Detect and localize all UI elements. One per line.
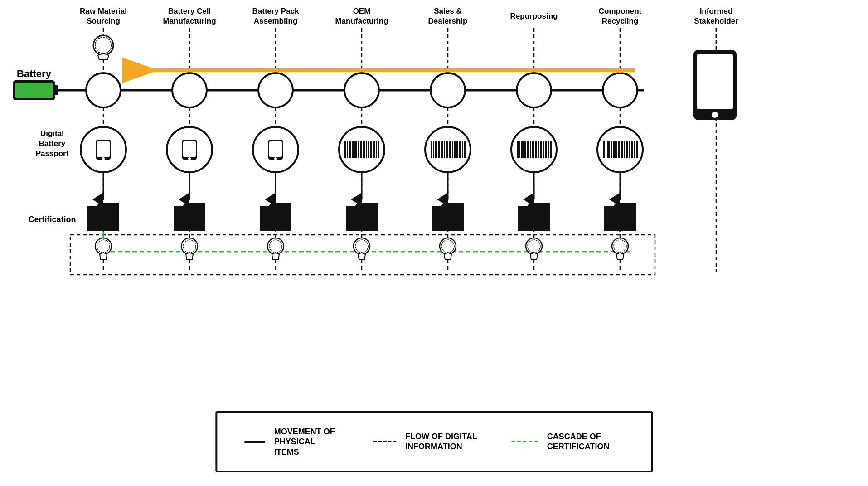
battery-terminal xyxy=(54,85,58,95)
cbar-14 xyxy=(636,141,638,158)
stakeholder-screen xyxy=(697,54,733,109)
phone-screen-2 xyxy=(183,141,196,157)
legend-dashed-black-label: FLOW OF DIGITAL INFORMATION xyxy=(405,432,480,452)
circle-battery-cell xyxy=(172,73,207,107)
sbar-4 xyxy=(438,141,440,158)
rbar-5 xyxy=(527,141,529,158)
battery-fill xyxy=(15,83,53,98)
legend-dashed-green: CASCADE OF CERTIFICATION xyxy=(512,432,624,452)
cbar-8 xyxy=(621,141,623,158)
cbar-6 xyxy=(616,141,617,158)
medal-gear-2 xyxy=(183,240,196,253)
medal-gear-7 xyxy=(614,240,626,253)
bar-1 xyxy=(344,141,346,158)
bar-2 xyxy=(347,141,348,158)
medal-gear-5 xyxy=(441,240,454,253)
bar-10 xyxy=(368,141,369,158)
medal-ribbon-4 xyxy=(358,253,365,260)
legend-dashed-green-line xyxy=(512,441,538,442)
cbar-2 xyxy=(606,141,606,158)
bar-11 xyxy=(370,141,372,158)
label-sales: Sales & xyxy=(434,7,461,15)
battery-label: Battery xyxy=(17,68,52,79)
main-container: Raw Material Sourcing Battery Cell Manuf… xyxy=(0,0,868,486)
label-battery-cell-2: Manufacturing xyxy=(163,17,216,25)
phone-screen-1 xyxy=(97,141,110,157)
rbar-6 xyxy=(530,141,531,158)
bar-7 xyxy=(360,141,362,158)
label-battery-pack-2: Assembling xyxy=(254,17,297,25)
sbar-14 xyxy=(464,141,466,158)
legend-dashed-black: FLOW OF DIGITAL INFORMATION xyxy=(373,432,480,452)
rbar-11 xyxy=(543,141,544,158)
label-repurposing: Repurposing xyxy=(510,12,558,20)
sbar-7 xyxy=(446,141,448,158)
medal-gear-4 xyxy=(355,240,368,253)
bar-9 xyxy=(366,141,367,158)
cbar-4 xyxy=(611,141,612,158)
cbar-3 xyxy=(607,141,610,158)
circle-recycling xyxy=(603,73,637,107)
medal-gear-3 xyxy=(269,240,282,253)
bar-5 xyxy=(354,141,357,158)
legend-dashed-black-line xyxy=(373,441,396,442)
folder-6 xyxy=(518,203,550,231)
sbar-6 xyxy=(444,141,445,158)
medal-ribbon-1 xyxy=(100,253,107,260)
sbar-3 xyxy=(435,141,437,158)
medal-ribbon-7 xyxy=(616,253,624,260)
medal-ribbon-3 xyxy=(272,253,279,260)
bar-3 xyxy=(349,141,351,158)
cbar-9 xyxy=(624,141,625,158)
rbar-13 xyxy=(548,141,549,158)
legend-solid-line xyxy=(244,441,265,443)
label-oem-2: Manufacturing xyxy=(335,17,388,25)
medal-gear-6 xyxy=(528,240,540,253)
circle-repurposing xyxy=(517,73,551,107)
sbar-5 xyxy=(441,141,443,158)
cert-label: Certification xyxy=(28,215,76,224)
label-battery-cell: Battery Cell xyxy=(168,7,211,15)
stakeholder-btn xyxy=(712,112,718,118)
label-sales-2: Dealership xyxy=(428,17,468,25)
circle-raw-material xyxy=(86,73,121,107)
folder-1 xyxy=(87,203,119,231)
label-raw-material: Raw Material xyxy=(80,7,127,15)
bar-4 xyxy=(352,141,354,158)
cbar-10 xyxy=(626,141,628,158)
medal-ribbon-5 xyxy=(444,253,451,260)
bar-8 xyxy=(363,141,365,158)
legend: MOVEMENT OF PHYSICAL ITEMS FLOW OF DIGIT… xyxy=(215,411,653,473)
label-recycling-2: Recycling xyxy=(602,17,638,25)
rbar-10 xyxy=(540,141,542,158)
label-battery-pack: Battery Pack xyxy=(252,7,299,15)
folder-5 xyxy=(432,203,464,231)
cbar-5 xyxy=(613,141,616,158)
dbp-label-3: Passport xyxy=(36,149,69,158)
cbar-12 xyxy=(631,141,633,158)
cbar-7 xyxy=(618,141,620,158)
bar-12 xyxy=(373,141,375,158)
sbar-8 xyxy=(449,141,451,158)
circle-battery-pack xyxy=(258,73,293,107)
sbar-10 xyxy=(454,141,456,158)
rbar-3 xyxy=(521,141,524,158)
rbar-9 xyxy=(538,141,539,158)
legend-dashed-green-label: CASCADE OF CERTIFICATION xyxy=(547,432,624,452)
medal-gear-top xyxy=(95,37,112,53)
medal-gear-1 xyxy=(97,240,110,253)
rbar-2 xyxy=(519,141,520,158)
bar-14 xyxy=(378,141,379,158)
bar-6 xyxy=(358,141,359,158)
folder-3 xyxy=(260,203,291,231)
medal-ribbon-2 xyxy=(186,253,193,260)
diagram-svg: Raw Material Sourcing Battery Cell Manuf… xyxy=(0,0,868,308)
bar-13 xyxy=(376,141,377,158)
phone-screen-3 xyxy=(269,141,282,157)
rbar-12 xyxy=(545,141,547,158)
rbar-14 xyxy=(550,141,552,158)
sbar-12 xyxy=(459,141,461,158)
sbar-1 xyxy=(431,141,432,158)
dbp-label-2: Battery xyxy=(39,139,66,148)
label-stakeholder: Informed xyxy=(700,7,733,15)
